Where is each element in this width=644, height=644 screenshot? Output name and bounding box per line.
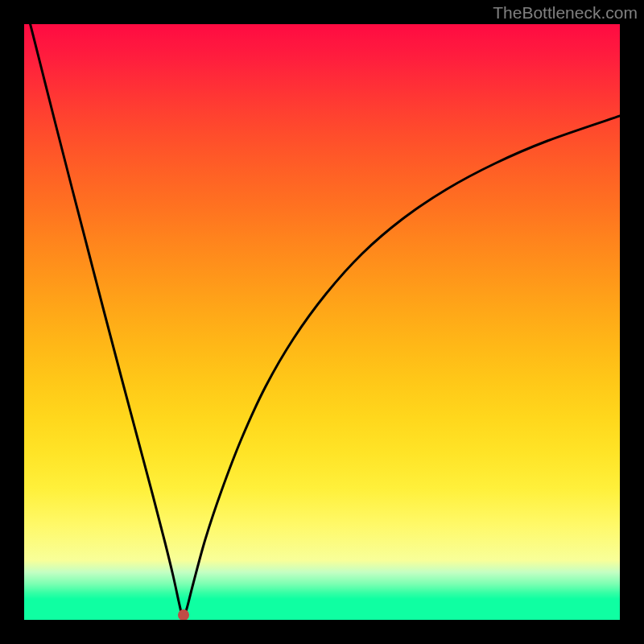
chart-container: TheBottleneck.com <box>0 0 644 644</box>
curve-layer <box>24 24 620 620</box>
watermark-label: TheBottleneck.com <box>493 3 638 23</box>
minimum-marker <box>178 609 189 620</box>
bottleneck-curve <box>24 24 620 617</box>
plot-area <box>24 24 620 620</box>
